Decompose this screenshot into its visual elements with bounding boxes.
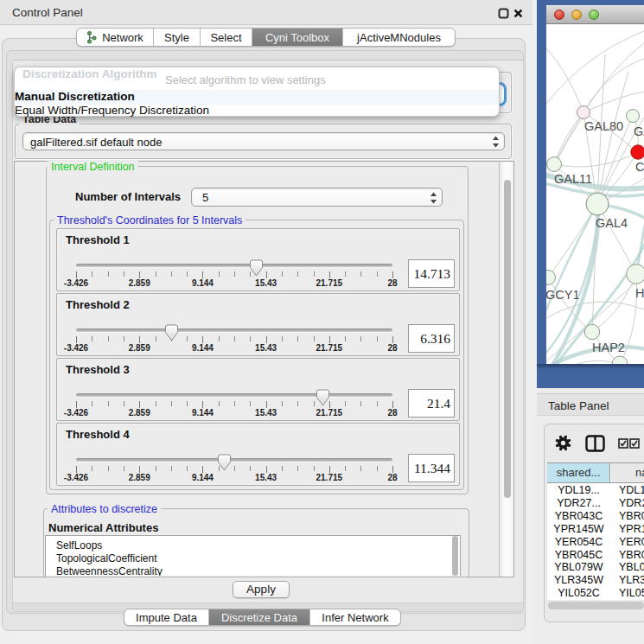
- svg-text:HAP2: HAP2: [592, 341, 625, 354]
- svg-text:GAL11: GAL11: [554, 172, 592, 186]
- svg-text:GA: GA: [634, 124, 644, 138]
- svg-text:GAL4: GAL4: [596, 216, 628, 230]
- svg-text:CA: CA: [635, 160, 644, 174]
- svg-text:HA: HA: [635, 286, 644, 300]
- svg-text:GCY1: GCY1: [546, 288, 580, 302]
- svg-text:GAL80: GAL80: [584, 119, 623, 133]
